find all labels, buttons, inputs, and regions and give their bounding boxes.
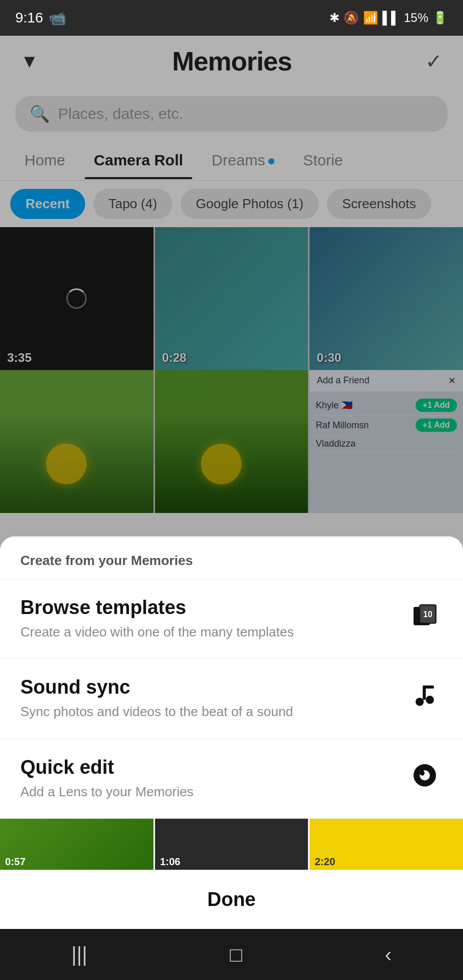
partial-timestamp-3: 2:20 xyxy=(315,856,335,868)
mute-icon: 🔕 xyxy=(344,11,359,25)
status-right: ✱ 🔕 📶 ▌▌ 15% 🔋 xyxy=(329,11,448,25)
sound-sync-desc: Sync photos and videos to the beat of a … xyxy=(20,702,293,721)
svg-point-3 xyxy=(416,698,424,706)
battery-icon: 🔋 xyxy=(432,11,448,25)
partial-media-row: 0:57 1:06 2:20 xyxy=(0,819,463,870)
partial-cell-2[interactable]: 1:06 xyxy=(155,819,308,870)
done-button[interactable]: Done xyxy=(0,870,463,929)
quick-edit-desc: Add a Lens to your Memories xyxy=(20,782,194,801)
bottom-nav: ||| □ ‹ xyxy=(0,929,463,980)
browse-templates-title: Browse templates xyxy=(20,597,294,619)
partial-timestamp-2: 1:06 xyxy=(160,856,181,868)
battery-level: 15% xyxy=(404,11,428,25)
signal-icon: ▌▌ xyxy=(382,11,400,25)
nav-menu-icon[interactable]: ||| xyxy=(71,943,87,966)
sheet-item-browse-templates[interactable]: Browse templates Create a video with one… xyxy=(0,579,463,659)
svg-rect-6 xyxy=(423,685,434,689)
svg-text:10: 10 xyxy=(423,610,432,619)
quick-edit-icon xyxy=(407,762,443,795)
main-area: ▼ Memories ✓ 🔍 Places, dates, etc. Home … xyxy=(0,36,463,929)
bluetooth-icon: ✱ xyxy=(329,11,340,25)
sheet-item-browse-templates-content: Browse templates Create a video with one… xyxy=(20,597,294,641)
sheet-item-quick-edit-content: Quick edit Add a Lens to your Memories xyxy=(20,756,194,801)
sheet-item-sound-sync[interactable]: Sound sync Sync photos and videos to the… xyxy=(0,659,463,739)
wifi-icon: 📶 xyxy=(363,11,378,25)
sheet-item-sound-sync-content: Sound sync Sync photos and videos to the… xyxy=(20,676,293,721)
sound-sync-icon xyxy=(407,682,443,715)
sheet-item-quick-edit[interactable]: Quick edit Add a Lens to your Memories xyxy=(0,739,463,819)
svg-point-4 xyxy=(426,696,434,704)
status-bar: 9:16 📹 ✱ 🔕 📶 ▌▌ 15% 🔋 xyxy=(0,0,463,36)
partial-timestamp-1: 0:57 xyxy=(5,856,25,868)
status-video-icon: 📹 xyxy=(48,10,66,27)
status-time: 9:16 xyxy=(15,10,43,26)
bottom-sheet: Create from your Memories Browse templat… xyxy=(0,536,463,929)
nav-back-icon[interactable]: ‹ xyxy=(385,943,392,966)
status-left: 9:16 📹 xyxy=(15,10,66,27)
quick-edit-title: Quick edit xyxy=(20,756,194,778)
sheet-header-text: Create from your Memories xyxy=(20,553,193,568)
browse-templates-desc: Create a video with one of the many temp… xyxy=(20,623,294,641)
browse-templates-icon: 10 xyxy=(407,603,443,635)
nav-home-icon[interactable]: □ xyxy=(230,943,242,966)
partial-cell-1[interactable]: 0:57 xyxy=(0,819,153,870)
sound-sync-title: Sound sync xyxy=(20,676,293,698)
sheet-header: Create from your Memories xyxy=(0,536,463,579)
partial-cell-3[interactable]: 2:20 xyxy=(310,819,463,870)
